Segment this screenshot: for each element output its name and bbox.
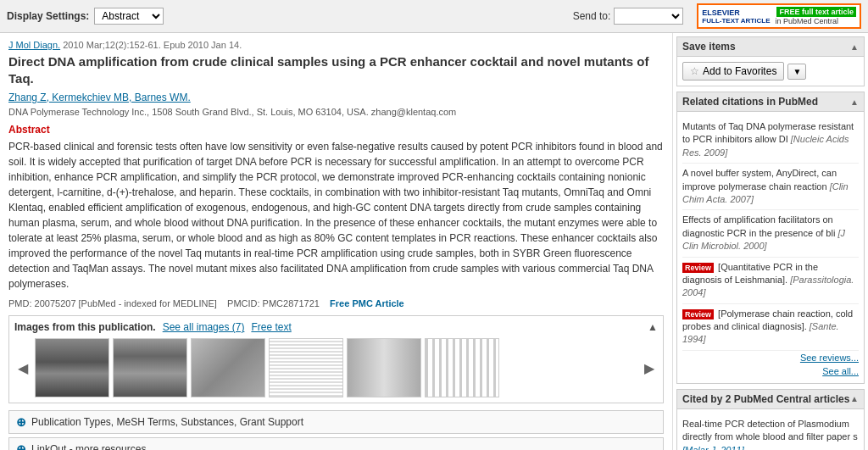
images-scroll: ◀ ▶ xyxy=(14,338,658,397)
related-citations-section: Related citations in PubMed ▲ Mutants of… xyxy=(676,92,865,384)
image-thumb-3[interactable] xyxy=(191,338,265,397)
save-items-header: Save items ▲ xyxy=(677,37,864,57)
article-title: Direct DNA amplification from crude clin… xyxy=(8,53,664,86)
cited-by-header: Cited by 2 PubMed Central articles ▲ xyxy=(677,390,864,409)
related-citation-2[interactable]: A novel buffer system, AnyDirect, can im… xyxy=(682,164,859,210)
image-thumb-1[interactable] xyxy=(35,338,109,397)
content-area: J Mol Diagn. 2010 Mar;12(2):152-61. Epub… xyxy=(0,33,673,450)
top-bar-left: Display Settings: Abstract Full Text Sum… xyxy=(7,8,164,25)
institution: DNA Polymerase Technology Inc., 1508 Sou… xyxy=(8,107,664,117)
image-thumb-6[interactable] xyxy=(425,338,499,397)
star-icon: ☆ xyxy=(690,65,699,77)
pubmed-label: [PubMed - indexed for MEDLINE] xyxy=(79,298,217,308)
related-citations-collapse[interactable]: ▲ xyxy=(850,97,859,107)
save-items-body: ☆ Add to Favorites ▼ xyxy=(677,57,864,86)
images-nav-right[interactable]: ▶ xyxy=(641,360,658,376)
related-citations-title: Related citations in PubMed xyxy=(682,96,818,108)
elsevier-badge[interactable]: ELSEVIER FULL-TEXT ARTICLE FREE full tex… xyxy=(697,3,861,29)
elsevier-text: ELSEVIER FULL-TEXT ARTICLE xyxy=(702,8,770,25)
save-items-btn-row: ☆ Add to Favorites ▼ xyxy=(682,62,859,81)
main-layout: J Mol Diagn. 2010 Mar;12(2):152-61. Epub… xyxy=(0,33,868,450)
add-to-favorites-button[interactable]: ☆ Add to Favorites xyxy=(682,62,784,81)
images-nav-left[interactable]: ◀ xyxy=(14,360,31,376)
free-text-link[interactable]: Free text xyxy=(251,321,291,333)
journal-link[interactable]: J Mol Diagn. xyxy=(8,40,60,50)
related-citation-5[interactable]: Review [Polymerase chain reaction, cold … xyxy=(682,304,859,351)
abstract-section: Abstract PCR-based clinical and forensic… xyxy=(8,124,664,292)
cited-by-item-1[interactable]: Real-time PCR detection of Plasmodium di… xyxy=(682,414,859,450)
cited-by-body: Real-time PCR detection of Plasmodium di… xyxy=(677,409,864,450)
images-container xyxy=(35,338,637,397)
cited-by-collapse[interactable]: ▲ xyxy=(850,394,859,403)
pmc-info: PMD: 20075207 [PubMed - indexed for MEDL… xyxy=(8,298,664,308)
journal-info: J Mol Diagn. 2010 Mar;12(2):152-61. Epub… xyxy=(8,40,664,50)
related-citation-1[interactable]: Mutants of Taq DNA polymerase resistant … xyxy=(682,117,859,164)
top-bar: Display Settings: Abstract Full Text Sum… xyxy=(0,0,868,33)
expandable-publication-types[interactable]: ⊕ Publication Types, MeSH Terms, Substan… xyxy=(8,410,664,434)
expandable-label-2: LinkOut - more resources xyxy=(31,443,146,450)
expand-icon-2: ⊕ xyxy=(16,442,26,450)
display-settings-select[interactable]: Abstract Full Text Summary xyxy=(94,8,164,25)
image-thumb-2[interactable] xyxy=(113,338,187,397)
pmc-id: PMD: 20075207 xyxy=(8,298,76,308)
send-to[interactable]: Send to: File Email Clipboard xyxy=(573,8,684,25)
save-items-section: Save items ▲ ☆ Add to Favorites ▼ xyxy=(676,36,865,86)
favorites-dropdown-button[interactable]: ▼ xyxy=(787,64,806,80)
related-citation-4[interactable]: Review [Quantitative PCR in the diagnosi… xyxy=(682,258,859,304)
send-to-select[interactable]: File Email Clipboard xyxy=(614,8,683,25)
expandable-label-1: Publication Types, MeSH Terms, Substance… xyxy=(31,416,303,428)
related-citations-header: Related citations in PubMed ▲ xyxy=(677,92,864,112)
save-items-collapse[interactable]: ▲ xyxy=(850,42,859,52)
free-full-text-badge: FREE full text article xyxy=(776,7,856,17)
related-citations-body: Mutants of Taq DNA polymerase resistant … xyxy=(677,112,864,383)
see-all-images-link[interactable]: See all images (7) xyxy=(163,321,245,333)
expand-icon-1: ⊕ xyxy=(16,415,26,429)
add-to-favorites-label: Add to Favorites xyxy=(703,65,776,77)
cited-by-title: Cited by 2 PubMed Central articles xyxy=(682,393,849,405)
abstract-heading: Abstract xyxy=(8,124,664,136)
abstract-text: PCR-based clinical and forensic tests of… xyxy=(8,139,664,292)
pubmed-central-text: in PubMed Central xyxy=(775,17,856,25)
images-section: Images from this publication. See all im… xyxy=(8,315,664,403)
related-citation-3[interactable]: Effects of amplification facilitators on… xyxy=(682,210,859,257)
images-header-title: Images from this publication. xyxy=(14,321,156,333)
article-date: 2010 Mar;12(2):152-61. Epub 2010 Jan 14. xyxy=(63,40,242,50)
pmcid: PMCID: PMC2871721 xyxy=(227,298,320,308)
send-to-label: Send to: xyxy=(573,10,611,22)
expandable-linkout[interactable]: ⊕ LinkOut - more resources xyxy=(8,437,664,450)
images-scroll-up[interactable]: ▲ xyxy=(648,321,658,333)
image-thumb-5[interactable] xyxy=(347,338,421,397)
images-header: Images from this publication. See all im… xyxy=(14,321,658,333)
see-reviews-link[interactable]: See reviews... xyxy=(682,351,859,364)
save-items-title: Save items xyxy=(682,41,736,53)
display-settings-label: Display Settings: xyxy=(7,10,89,22)
cited-by-section: Cited by 2 PubMed Central articles ▲ Rea… xyxy=(676,389,865,450)
free-pmc-link[interactable]: Free PMC Article xyxy=(330,298,404,308)
see-all-link[interactable]: See all... xyxy=(682,364,859,378)
right-sidebar: Save items ▲ ☆ Add to Favorites ▼ Relate… xyxy=(673,33,868,450)
image-thumb-4[interactable] xyxy=(269,338,343,397)
authors: Zhang Z, Kermekchiev MB, Barnes WM. xyxy=(8,92,664,103)
review-badge-4: Review xyxy=(682,263,714,273)
authors-link[interactable]: Zhang Z, Kermekchiev MB, Barnes WM. xyxy=(8,92,191,103)
review-badge-5: Review xyxy=(682,309,714,319)
